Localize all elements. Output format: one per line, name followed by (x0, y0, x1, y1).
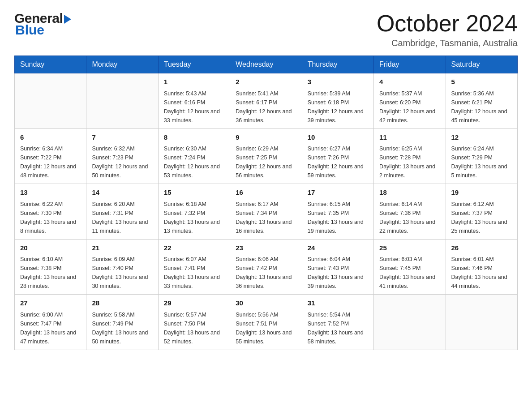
day-info: Sunrise: 5:56 AMSunset: 7:51 PMDaylight:… (236, 310, 296, 346)
day-info: Sunrise: 6:04 AMSunset: 7:43 PMDaylight:… (308, 255, 368, 291)
day-number: 13 (20, 188, 81, 198)
day-info: Sunrise: 6:07 AMSunset: 7:41 PMDaylight:… (164, 255, 224, 291)
day-number: 18 (379, 188, 440, 198)
calendar-cell: 24Sunrise: 6:04 AMSunset: 7:43 PMDayligh… (302, 239, 373, 295)
day-number: 16 (236, 188, 296, 198)
day-info: Sunrise: 6:24 AMSunset: 7:29 PMDaylight:… (451, 144, 512, 180)
calendar-header-row: SundayMondayTuesdayWednesdayThursdayFrid… (15, 56, 518, 73)
header-wednesday: Wednesday (230, 56, 302, 73)
day-info: Sunrise: 5:37 AMSunset: 6:20 PMDaylight:… (379, 89, 440, 125)
day-number: 30 (236, 298, 296, 308)
calendar-cell: 27Sunrise: 6:00 AMSunset: 7:47 PMDayligh… (15, 295, 86, 350)
day-number: 28 (92, 298, 152, 308)
calendar-cell: 15Sunrise: 6:18 AMSunset: 7:32 PMDayligh… (158, 184, 230, 240)
day-info: Sunrise: 6:17 AMSunset: 7:34 PMDaylight:… (236, 200, 296, 235)
day-number: 10 (308, 133, 368, 143)
day-info: Sunrise: 5:41 AMSunset: 6:17 PMDaylight:… (236, 89, 296, 125)
page-title: October 2024 (377, 11, 518, 36)
calendar-cell (374, 295, 446, 350)
day-info: Sunrise: 5:54 AMSunset: 7:52 PMDaylight:… (308, 310, 368, 346)
calendar-cell: 10Sunrise: 6:27 AMSunset: 7:26 PMDayligh… (302, 128, 373, 184)
calendar-week-4: 20Sunrise: 6:10 AMSunset: 7:38 PMDayligh… (15, 239, 518, 295)
day-info: Sunrise: 5:57 AMSunset: 7:50 PMDaylight:… (164, 310, 224, 346)
day-number: 6 (20, 133, 81, 143)
day-number: 8 (164, 133, 224, 143)
day-info: Sunrise: 6:18 AMSunset: 7:32 PMDaylight:… (164, 200, 224, 235)
day-number: 11 (379, 133, 440, 143)
day-number: 9 (236, 133, 296, 143)
logo: General Blue (14, 11, 71, 37)
day-number: 4 (379, 77, 440, 87)
day-info: Sunrise: 6:14 AMSunset: 7:36 PMDaylight:… (379, 200, 440, 235)
day-number: 15 (164, 188, 224, 198)
calendar-cell: 3Sunrise: 5:39 AMSunset: 6:18 PMDaylight… (302, 73, 373, 129)
calendar-cell: 22Sunrise: 6:07 AMSunset: 7:41 PMDayligh… (158, 239, 230, 295)
calendar-cell: 23Sunrise: 6:06 AMSunset: 7:42 PMDayligh… (230, 239, 302, 295)
day-info: Sunrise: 6:10 AMSunset: 7:38 PMDaylight:… (20, 255, 81, 291)
day-number: 31 (308, 298, 368, 308)
day-number: 3 (308, 77, 368, 87)
header-tuesday: Tuesday (158, 56, 230, 73)
calendar-cell: 5Sunrise: 5:36 AMSunset: 6:21 PMDaylight… (446, 73, 517, 129)
calendar-cell: 7Sunrise: 6:32 AMSunset: 7:23 PMDaylight… (86, 128, 158, 184)
calendar-week-1: 1Sunrise: 5:43 AMSunset: 6:16 PMDaylight… (15, 73, 518, 129)
calendar-cell: 18Sunrise: 6:14 AMSunset: 7:36 PMDayligh… (374, 184, 446, 240)
header-monday: Monday (86, 56, 158, 73)
day-info: Sunrise: 5:43 AMSunset: 6:16 PMDaylight:… (164, 89, 224, 125)
calendar-cell: 21Sunrise: 6:09 AMSunset: 7:40 PMDayligh… (86, 239, 158, 295)
day-number: 25 (379, 243, 440, 253)
day-number: 24 (308, 243, 368, 253)
calendar-cell: 8Sunrise: 6:30 AMSunset: 7:24 PMDaylight… (158, 128, 230, 184)
day-info: Sunrise: 5:58 AMSunset: 7:49 PMDaylight:… (92, 310, 152, 346)
calendar-cell: 20Sunrise: 6:10 AMSunset: 7:38 PMDayligh… (15, 239, 86, 295)
calendar-cell: 28Sunrise: 5:58 AMSunset: 7:49 PMDayligh… (86, 295, 158, 350)
day-info: Sunrise: 6:15 AMSunset: 7:35 PMDaylight:… (308, 200, 368, 235)
calendar-cell: 29Sunrise: 5:57 AMSunset: 7:50 PMDayligh… (158, 295, 230, 350)
day-number: 26 (451, 243, 512, 253)
calendar-cell (446, 295, 517, 350)
day-info: Sunrise: 6:00 AMSunset: 7:47 PMDaylight:… (20, 310, 81, 346)
header-thursday: Thursday (302, 56, 373, 73)
header-friday: Friday (374, 56, 446, 73)
day-info: Sunrise: 6:29 AMSunset: 7:25 PMDaylight:… (236, 144, 296, 180)
day-info: Sunrise: 6:30 AMSunset: 7:24 PMDaylight:… (164, 144, 224, 180)
day-number: 21 (92, 243, 152, 253)
page-header: General Blue October 2024 Cambridge, Tas… (14, 11, 518, 48)
logo-arrow-icon (64, 15, 71, 24)
day-info: Sunrise: 6:09 AMSunset: 7:40 PMDaylight:… (92, 255, 152, 291)
day-number: 1 (164, 77, 224, 87)
calendar-cell: 4Sunrise: 5:37 AMSunset: 6:20 PMDaylight… (374, 73, 446, 129)
day-number: 2 (236, 77, 296, 87)
calendar-cell: 11Sunrise: 6:25 AMSunset: 7:28 PMDayligh… (374, 128, 446, 184)
calendar-cell (86, 73, 158, 129)
calendar-week-2: 6Sunrise: 6:34 AMSunset: 7:22 PMDaylight… (15, 128, 518, 184)
day-number: 20 (20, 243, 81, 253)
calendar-cell: 14Sunrise: 6:20 AMSunset: 7:31 PMDayligh… (86, 184, 158, 240)
location-subtitle: Cambridge, Tasmania, Australia (377, 38, 518, 48)
day-number: 5 (451, 77, 512, 87)
day-number: 7 (92, 133, 152, 143)
calendar-cell: 13Sunrise: 6:22 AMSunset: 7:30 PMDayligh… (15, 184, 86, 240)
day-number: 29 (164, 298, 224, 308)
calendar-week-3: 13Sunrise: 6:22 AMSunset: 7:30 PMDayligh… (15, 184, 518, 240)
header-saturday: Saturday (446, 56, 517, 73)
day-info: Sunrise: 6:34 AMSunset: 7:22 PMDaylight:… (20, 144, 81, 180)
calendar-cell: 19Sunrise: 6:12 AMSunset: 7:37 PMDayligh… (446, 184, 517, 240)
calendar-cell: 9Sunrise: 6:29 AMSunset: 7:25 PMDaylight… (230, 128, 302, 184)
day-info: Sunrise: 5:36 AMSunset: 6:21 PMDaylight:… (451, 89, 512, 125)
calendar-cell: 26Sunrise: 6:01 AMSunset: 7:46 PMDayligh… (446, 239, 517, 295)
calendar-cell: 25Sunrise: 6:03 AMSunset: 7:45 PMDayligh… (374, 239, 446, 295)
calendar-cell: 6Sunrise: 6:34 AMSunset: 7:22 PMDaylight… (15, 128, 86, 184)
day-info: Sunrise: 6:22 AMSunset: 7:30 PMDaylight:… (20, 200, 81, 235)
day-number: 22 (164, 243, 224, 253)
day-info: Sunrise: 6:03 AMSunset: 7:45 PMDaylight:… (379, 255, 440, 291)
day-number: 14 (92, 188, 152, 198)
day-number: 19 (451, 188, 512, 198)
day-info: Sunrise: 6:06 AMSunset: 7:42 PMDaylight:… (236, 255, 296, 291)
day-info: Sunrise: 6:32 AMSunset: 7:23 PMDaylight:… (92, 144, 152, 180)
day-number: 23 (236, 243, 296, 253)
calendar-cell (15, 73, 86, 129)
day-info: Sunrise: 6:01 AMSunset: 7:46 PMDaylight:… (451, 255, 512, 291)
calendar-cell: 16Sunrise: 6:17 AMSunset: 7:34 PMDayligh… (230, 184, 302, 240)
day-info: Sunrise: 5:39 AMSunset: 6:18 PMDaylight:… (308, 89, 368, 125)
